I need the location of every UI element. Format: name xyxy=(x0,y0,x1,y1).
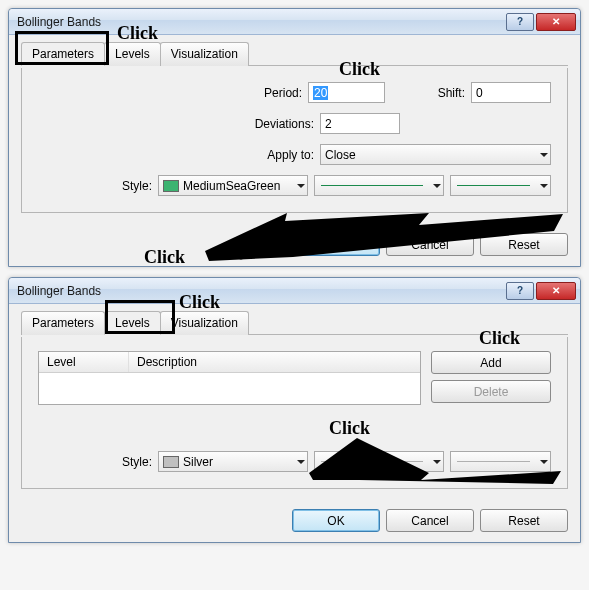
tab-visualization[interactable]: Visualization xyxy=(160,311,249,335)
tab-parameters[interactable]: Parameters xyxy=(21,42,105,66)
tabpanel-levels: Level Description Add Delete Style: Silv… xyxy=(21,337,568,489)
help-button[interactable]: ? xyxy=(506,13,534,31)
shift-input[interactable] xyxy=(471,82,551,103)
chevron-down-icon xyxy=(540,184,548,188)
dialog-levels: Bollinger Bands ? ✕ Parameters Levels Vi… xyxy=(8,277,581,543)
titlebar: Bollinger Bands ? ✕ xyxy=(9,9,580,35)
style-width-select[interactable] xyxy=(450,175,551,196)
chevron-down-icon xyxy=(297,184,305,188)
button-row: OK Cancel Reset xyxy=(9,499,580,542)
cancel-button[interactable]: Cancel xyxy=(386,233,474,256)
chevron-down-icon xyxy=(297,460,305,464)
deviations-input[interactable] xyxy=(320,113,400,134)
ok-button[interactable]: OK xyxy=(292,509,380,532)
col-level[interactable]: Level xyxy=(39,352,129,372)
chevron-down-icon xyxy=(540,153,548,157)
chevron-down-icon xyxy=(540,460,548,464)
delete-button[interactable]: Delete xyxy=(431,380,551,403)
color-swatch-icon xyxy=(163,180,179,192)
help-button[interactable]: ? xyxy=(506,282,534,300)
period-input[interactable]: 20 xyxy=(308,82,385,103)
tab-parameters[interactable]: Parameters xyxy=(21,311,105,335)
style-line-select[interactable] xyxy=(314,175,444,196)
tabs: Parameters Levels Visualization xyxy=(21,41,568,66)
window-title: Bollinger Bands xyxy=(17,284,506,298)
shift-label: Shift: xyxy=(385,86,471,100)
apply-to-label: Apply to: xyxy=(38,148,320,162)
list-header: Level Description xyxy=(39,352,420,373)
deviations-label: Deviations: xyxy=(38,117,320,131)
tabpanel-parameters: Period: 20 Shift: Deviations: Apply to: … xyxy=(21,68,568,213)
reset-button[interactable]: Reset xyxy=(480,509,568,532)
tab-levels[interactable]: Levels xyxy=(104,311,161,335)
style-line-select[interactable] xyxy=(314,451,444,472)
cancel-button[interactable]: Cancel xyxy=(386,509,474,532)
add-button[interactable]: Add xyxy=(431,351,551,374)
window-title: Bollinger Bands xyxy=(17,15,506,29)
levels-list[interactable]: Level Description xyxy=(38,351,421,405)
close-button[interactable]: ✕ xyxy=(536,13,576,31)
color-swatch-icon xyxy=(163,456,179,468)
ok-button[interactable]: OK xyxy=(292,233,380,256)
col-description[interactable]: Description xyxy=(129,352,420,372)
close-button[interactable]: ✕ xyxy=(536,282,576,300)
apply-to-select[interactable]: Close xyxy=(320,144,551,165)
style-label: Style: xyxy=(38,179,158,193)
tabs: Parameters Levels Visualization xyxy=(21,310,568,335)
style-color-select[interactable]: MediumSeaGreen xyxy=(158,175,308,196)
style-color-select[interactable]: Silver xyxy=(158,451,308,472)
tab-visualization[interactable]: Visualization xyxy=(160,42,249,66)
style-label: Style: xyxy=(38,455,158,469)
period-label: Period: xyxy=(38,86,308,100)
tab-levels[interactable]: Levels xyxy=(104,42,161,66)
chevron-down-icon xyxy=(433,460,441,464)
chevron-down-icon xyxy=(433,184,441,188)
reset-button[interactable]: Reset xyxy=(480,233,568,256)
titlebar: Bollinger Bands ? ✕ xyxy=(9,278,580,304)
style-width-select[interactable] xyxy=(450,451,551,472)
dialog-parameters: Bollinger Bands ? ✕ Parameters Levels Vi… xyxy=(8,8,581,267)
button-row: OK Cancel Reset xyxy=(9,223,580,266)
